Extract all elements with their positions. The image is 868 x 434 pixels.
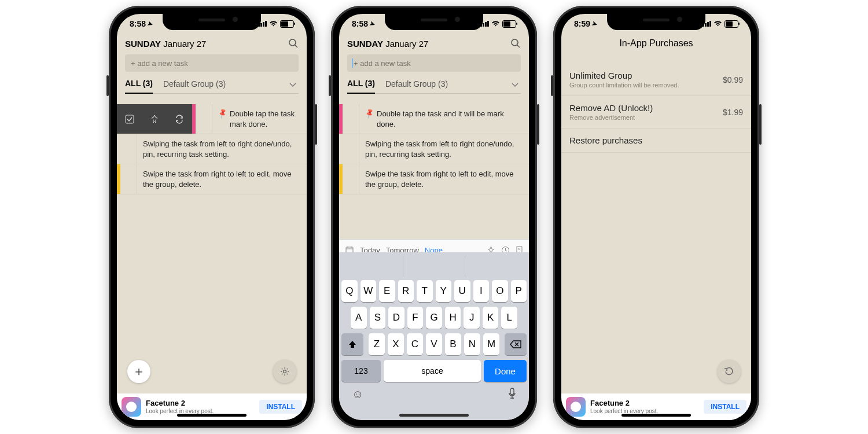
key-n[interactable]: N <box>464 333 480 355</box>
key-d[interactable]: D <box>388 307 404 329</box>
key-f[interactable]: F <box>407 307 424 329</box>
notch <box>607 14 705 30</box>
iap-title: Remove AD (Unlock!) <box>569 103 653 113</box>
emoji-key[interactable]: ☺ <box>352 388 363 401</box>
iap-item[interactable]: Unlimited Group Group count limitation w… <box>561 64 751 96</box>
key-s[interactable]: S <box>370 307 386 329</box>
restore-purchases[interactable]: Restore purchases <box>561 128 751 153</box>
ad-app-icon <box>566 397 586 417</box>
iap-subtitle: Group count limitation will be removed. <box>569 82 679 89</box>
pin-icon: 📌 <box>363 107 376 120</box>
checkbox-column[interactable] <box>120 134 137 164</box>
battery-icon <box>502 20 516 28</box>
suggestion-bar[interactable] <box>341 256 527 277</box>
svg-line-5 <box>517 45 520 47</box>
key-y[interactable]: Y <box>436 280 452 302</box>
svg-point-3 <box>284 370 286 373</box>
key-w[interactable]: W <box>361 280 377 302</box>
task-row[interactable]: Swiping the task from left to right done… <box>117 134 307 164</box>
status-time: 8:58 <box>130 19 146 28</box>
key-t[interactable]: T <box>417 280 433 302</box>
keyboard: QWERTYUIOP ASDFGHJKL ZXCVBNM 123 space D… <box>339 252 529 420</box>
battery-icon <box>724 20 738 28</box>
key-b[interactable]: B <box>445 333 461 355</box>
swipe-actions <box>117 104 192 134</box>
checkbox-column[interactable] <box>196 104 212 134</box>
wifi-icon <box>269 21 278 27</box>
iap-price: $1.99 <box>723 108 743 117</box>
checkbox-column[interactable] <box>343 164 359 194</box>
install-button[interactable]: INSTALL <box>704 400 746 414</box>
key-a[interactable]: A <box>351 307 367 329</box>
key-q[interactable]: Q <box>341 280 358 302</box>
home-indicator[interactable] <box>399 414 469 417</box>
home-indicator[interactable] <box>621 414 691 417</box>
key-z[interactable]: Z <box>369 333 385 355</box>
task-text: Swiping the task from left to right done… <box>143 139 301 159</box>
chevron-down-icon[interactable] <box>510 80 520 89</box>
done-key[interactable]: Done <box>484 360 527 382</box>
text-cursor <box>352 58 352 68</box>
checkbox-column[interactable] <box>343 104 359 134</box>
key-i[interactable]: I <box>473 280 490 302</box>
search-icon[interactable] <box>288 38 299 49</box>
task-text: Double tap the task and it will be mark … <box>377 109 523 129</box>
key-p[interactable]: P <box>511 280 527 302</box>
svg-rect-11 <box>510 388 514 395</box>
location-icon: ➤ <box>369 19 376 28</box>
chevron-down-icon[interactable] <box>288 80 297 89</box>
svg-point-4 <box>512 39 518 46</box>
checkbox-column[interactable] <box>343 134 359 164</box>
pin-icon: 📌 <box>216 107 229 120</box>
tab-all[interactable]: ALL (3) <box>125 79 153 94</box>
delete-key[interactable] <box>505 333 527 355</box>
tab-default-group[interactable]: Default Group (3) <box>163 79 226 93</box>
recurring-icon[interactable] <box>174 113 185 125</box>
key-e[interactable]: E <box>379 280 395 302</box>
key-c[interactable]: C <box>407 333 423 355</box>
key-u[interactable]: U <box>454 280 470 302</box>
svg-point-0 <box>289 39 296 46</box>
key-l[interactable]: L <box>501 307 517 329</box>
key-r[interactable]: R <box>398 280 414 302</box>
iap-item[interactable]: Remove AD (Unlock!) Remove advertisement… <box>561 96 751 128</box>
key-o[interactable]: O <box>492 280 508 302</box>
undo-button[interactable] <box>718 360 741 383</box>
numeric-key[interactable]: 123 <box>341 360 381 382</box>
checkbox-column[interactable] <box>120 164 137 194</box>
key-g[interactable]: G <box>426 307 442 329</box>
key-x[interactable]: X <box>388 333 404 355</box>
tab-all[interactable]: ALL (3) <box>347 79 375 94</box>
tab-default-group[interactable]: Default Group (3) <box>385 79 448 93</box>
status-time: 8:59 <box>574 19 590 28</box>
home-indicator[interactable] <box>177 414 247 417</box>
task-row[interactable]: Swiping the task from left to right done… <box>339 134 529 164</box>
settings-button[interactable] <box>273 360 296 383</box>
search-icon[interactable] <box>510 38 521 49</box>
task-row[interactable]: 📌Double tap the task mark done. <box>117 104 307 134</box>
add-task-input[interactable]: + add a new task <box>347 54 521 72</box>
add-task-placeholder: + add a new task <box>354 59 411 68</box>
shift-key[interactable] <box>341 333 363 355</box>
mic-key[interactable] <box>508 388 516 401</box>
svg-rect-2 <box>126 115 134 123</box>
space-key[interactable]: space <box>384 360 481 382</box>
task-row[interactable]: 📌Double tap the task and it will be mark… <box>339 104 529 134</box>
iap-price: $0.99 <box>723 75 743 84</box>
ad-title: Facetune 2 <box>590 399 699 408</box>
key-m[interactable]: M <box>483 333 499 355</box>
key-v[interactable]: V <box>426 333 442 355</box>
task-row[interactable]: Swipe the task from right to left to edi… <box>117 164 307 194</box>
iap-subtitle: Remove advertisement <box>569 114 653 121</box>
key-k[interactable]: K <box>483 307 499 329</box>
pin-icon[interactable] <box>149 113 160 125</box>
date-header: SUNDAY January 27 <box>347 39 428 49</box>
task-row[interactable]: Swipe the task from right to left to edi… <box>339 164 529 194</box>
key-j[interactable]: J <box>464 307 480 329</box>
iap-title: Unlimited Group <box>569 71 679 80</box>
done-icon[interactable] <box>124 113 135 125</box>
add-button[interactable]: ＋ <box>127 360 150 383</box>
add-task-input[interactable]: + add a new task <box>125 54 299 72</box>
key-h[interactable]: H <box>445 307 461 329</box>
install-button[interactable]: INSTALL <box>259 400 302 414</box>
